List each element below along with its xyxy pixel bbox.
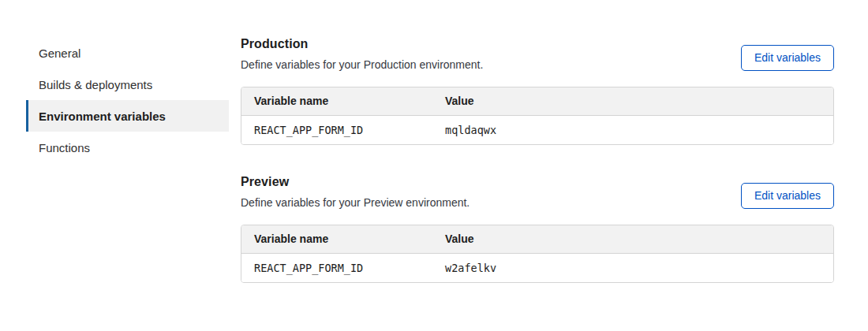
table-row: REACT_APP_FORM_ID mqldaqwx: [241, 116, 833, 144]
value-column-header: Value: [432, 87, 833, 116]
sidebar-item-label: General: [39, 46, 80, 60]
sidebar-item-builds-deployments[interactable]: Builds & deployments: [26, 69, 229, 100]
table-header-row: Variable name Value: [241, 87, 833, 116]
settings-sidebar: General Builds & deployments Environment…: [26, 37, 229, 163]
table-header-row: Variable name Value: [241, 225, 833, 254]
production-section: Production Define variables for your Pro…: [241, 37, 834, 145]
environment-variables-content: Production Define variables for your Pro…: [241, 37, 834, 283]
variable-name-column-header: Variable name: [241, 87, 432, 116]
variable-value-cell: mqldaqwx: [432, 116, 833, 144]
production-section-title: Production: [241, 37, 483, 51]
preview-variables-table: Variable name Value REACT_APP_FORM_ID w2…: [241, 225, 834, 283]
sidebar-item-environment-variables[interactable]: Environment variables: [26, 100, 229, 132]
preview-section-title: Preview: [241, 175, 470, 189]
preview-section-description: Define variables for your Preview enviro…: [241, 196, 470, 209]
preview-edit-variables-button[interactable]: Edit variables: [741, 183, 834, 209]
table-row: REACT_APP_FORM_ID w2afelkv: [241, 254, 833, 282]
preview-section: Preview Define variables for your Previe…: [241, 175, 834, 283]
sidebar-item-label: Environment variables: [39, 110, 166, 123]
settings-page: General Builds & deployments Environment…: [0, 0, 868, 283]
production-section-text: Production Define variables for your Pro…: [241, 37, 483, 71]
preview-section-text: Preview Define variables for your Previe…: [241, 175, 470, 209]
variable-name-cell: REACT_APP_FORM_ID: [241, 254, 432, 282]
production-section-header: Production Define variables for your Pro…: [241, 37, 834, 71]
production-edit-variables-button[interactable]: Edit variables: [741, 45, 834, 71]
sidebar-item-label: Functions: [39, 141, 90, 154]
variable-name-cell: REACT_APP_FORM_ID: [241, 116, 432, 144]
variable-value-cell: w2afelkv: [432, 254, 833, 282]
variable-name-column-header: Variable name: [241, 225, 432, 254]
sidebar-item-label: Builds & deployments: [39, 78, 152, 91]
production-variables-table: Variable name Value REACT_APP_FORM_ID mq…: [241, 87, 834, 145]
value-column-header: Value: [432, 225, 833, 254]
production-section-description: Define variables for your Production env…: [241, 58, 483, 71]
sidebar-item-functions[interactable]: Functions: [26, 132, 229, 163]
sidebar-item-general[interactable]: General: [26, 37, 229, 69]
preview-section-header: Preview Define variables for your Previe…: [241, 175, 834, 209]
